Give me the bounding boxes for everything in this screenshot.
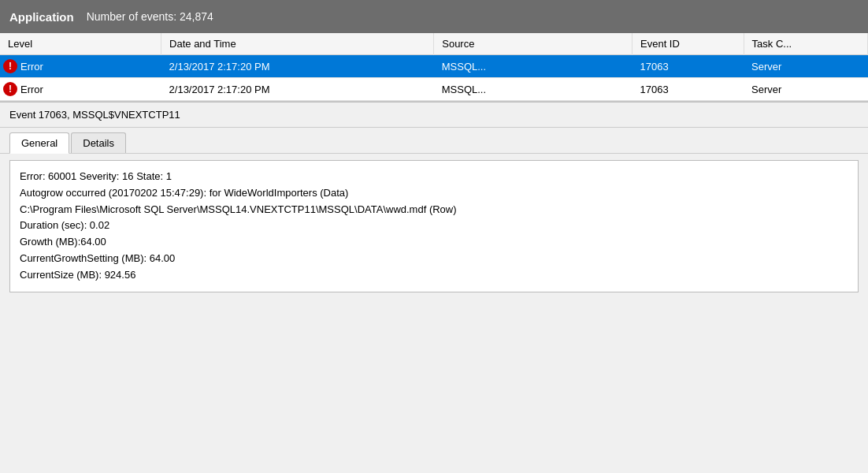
cell-datetime: 2/13/2017 2:17:20 PM [161,55,434,78]
event-detail-header: Event 17063, MSSQL$VNEXTCTP11 [0,102,868,128]
level-text: Error [20,84,43,95]
cell-datetime: 2/13/2017 2:17:20 PM [161,78,434,101]
col-header-level: Level [0,33,161,55]
event-content-area: Error: 60001 Severity: 16 State: 1Autogr… [9,160,859,292]
cell-source: MSSQL... [434,78,632,101]
cell-taskc: Server [744,55,867,78]
cell-source: MSSQL... [434,55,632,78]
content-line: CurrentSize (MB): 924.56 [20,267,848,284]
app-title: Application [9,10,74,24]
title-bar: Application Number of events: 24,874 [0,0,868,33]
level-text: Error [20,61,43,73]
table-header-row: Level Date and Time Source Event ID Task… [0,33,868,55]
cell-eventid: 17063 [632,78,744,101]
cell-taskc: Server [744,78,867,101]
content-line: Error: 60001 Severity: 16 State: 1 [20,169,848,185]
event-table-section: Level Date and Time Source Event ID Task… [0,33,868,102]
col-header-source: Source [434,33,632,55]
col-header-taskc: Task C... [744,33,867,55]
cell-level: !Error [0,55,161,77]
error-icon: ! [3,59,17,73]
cell-eventid: 17063 [632,55,744,78]
content-line: Duration (sec): 0.02 [20,218,848,234]
col-header-datetime: Date and Time [161,33,434,55]
error-icon: ! [3,82,17,96]
tab-details[interactable]: Details [71,132,126,153]
content-line: CurrentGrowthSetting (MB): 64.00 [20,251,848,267]
content-line: C:\Program Files\Microsoft SQL Server\MS… [20,202,848,218]
content-line: Autogrow occurred (20170202 15:47:29): f… [20,185,848,202]
event-table: Level Date and Time Source Event ID Task… [0,33,868,101]
event-count: Number of events: 24,874 [87,10,213,23]
tabs-row: General Details [0,128,868,154]
cell-level: !Error [0,78,161,100]
tab-general[interactable]: General [9,132,69,154]
details-panel: Event 17063, MSSQL$VNEXTCTP11 General De… [0,102,868,292]
col-header-eventid: Event ID [632,33,744,55]
table-row[interactable]: !Error2/13/2017 2:17:20 PMMSSQL...17063S… [0,55,868,78]
content-line: Growth (MB):64.00 [20,234,848,251]
table-row[interactable]: !Error2/13/2017 2:17:20 PMMSSQL...17063S… [0,78,868,101]
